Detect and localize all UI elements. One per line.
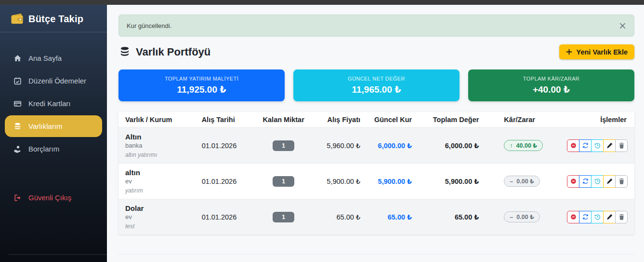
alert-success: Kur güncellendi. bbox=[118, 14, 634, 37]
page-title-text: Varlık Portföyü bbox=[136, 46, 210, 58]
card-label: GÜNCEL NET DEĞER bbox=[348, 76, 405, 82]
sidebar-item-kredi-kartlari[interactable]: Kredi Kartları bbox=[0, 92, 107, 115]
asset-institution: ev bbox=[125, 178, 190, 185]
profit-loss-value: 0.00 ₺ bbox=[516, 178, 534, 185]
edit-pencil-icon bbox=[606, 142, 613, 149]
page-header: Varlık Portföyü Yeni Varlık Ekle bbox=[118, 44, 634, 59]
sidebar-item-varliklarim[interactable]: Varlıklarım bbox=[5, 115, 102, 137]
sidebar-item-label: Düzenli Ödemeler bbox=[28, 77, 86, 85]
page-title: Varlık Portföyü bbox=[118, 46, 210, 58]
coins-icon bbox=[13, 123, 22, 130]
calendar-check-icon bbox=[13, 77, 22, 85]
quantity-badge: 1 bbox=[273, 212, 294, 222]
row-actions bbox=[567, 211, 628, 223]
hand-holding-coin-icon bbox=[13, 145, 22, 153]
content-footer-divider bbox=[118, 254, 634, 262]
delete-button[interactable] bbox=[615, 139, 628, 152]
sell-button[interactable] bbox=[567, 139, 579, 152]
sidebar-item-label: Ana Sayfa bbox=[28, 54, 62, 62]
col-header-asset: Varlık / Kurum bbox=[118, 112, 196, 128]
card-total-profit-loss: TOPLAM KÂR/ZARAR +40.00 ₺ bbox=[468, 69, 634, 101]
history-button[interactable] bbox=[591, 139, 604, 152]
history-icon bbox=[594, 142, 601, 149]
table-row: Altın banka altın yatırımı 01.01.2026 1 … bbox=[118, 128, 634, 164]
add-asset-button[interactable]: Yeni Varlık Ekle bbox=[559, 44, 634, 59]
app-logo[interactable]: Bütçe Takip bbox=[0, 5, 107, 32]
table-row: altın ev yatırım 01.01.2026 1 5,900.00 ₺… bbox=[118, 164, 634, 199]
sell-circle-icon bbox=[570, 178, 577, 184]
profit-loss-value: 40.00 ₺ bbox=[516, 142, 537, 149]
history-icon bbox=[594, 214, 601, 220]
delete-button[interactable] bbox=[615, 211, 628, 223]
delete-button[interactable] bbox=[615, 175, 628, 188]
refresh-icon bbox=[582, 214, 589, 220]
edit-button[interactable] bbox=[603, 139, 616, 152]
refresh-button[interactable] bbox=[579, 211, 591, 223]
close-icon[interactable] bbox=[618, 21, 627, 30]
history-button[interactable] bbox=[591, 175, 604, 188]
delete-trash-icon bbox=[618, 142, 625, 149]
sidebar-footer-divider bbox=[9, 254, 107, 262]
sell-button[interactable] bbox=[567, 175, 579, 188]
asset-note: altın yatırımı bbox=[125, 152, 190, 158]
current-rate: 65.00 ₺ bbox=[366, 199, 418, 235]
refresh-icon bbox=[582, 142, 589, 149]
logout-icon bbox=[13, 194, 22, 202]
sidebar-item-label: Varlıklarım bbox=[28, 122, 63, 130]
refresh-button[interactable] bbox=[579, 175, 591, 188]
refresh-button[interactable] bbox=[579, 139, 591, 152]
credit-card-icon bbox=[13, 100, 22, 108]
card-label: TOPLAM YATIRIM MALİYETİ bbox=[165, 76, 238, 82]
card-value: +40.00 ₺ bbox=[533, 84, 570, 95]
sidebar-item-duzenli-odemeler[interactable]: Düzenli Ödemeler bbox=[0, 69, 107, 92]
asset-name: altın bbox=[125, 168, 190, 177]
assets-table-card: Varlık / Kurum Alış Tarihi Kalan Miktar … bbox=[118, 112, 634, 234]
table-header-row: Varlık / Kurum Alış Tarihi Kalan Miktar … bbox=[118, 112, 634, 128]
assets-table: Varlık / Kurum Alış Tarihi Kalan Miktar … bbox=[118, 112, 634, 234]
purchase-price: 65.00 ₺ bbox=[315, 199, 366, 235]
sidebar-item-logout[interactable]: Güvenli Çıkış bbox=[0, 186, 107, 209]
delete-trash-icon bbox=[618, 214, 625, 220]
col-header-profit-loss: Kâr/Zarar bbox=[485, 112, 549, 128]
plus-icon bbox=[566, 49, 572, 55]
sidebar-item-label: Borçlarım bbox=[28, 145, 59, 153]
purchase-price: 5,900.00 ₺ bbox=[315, 164, 366, 199]
card-value: 11,925.00 ₺ bbox=[177, 84, 226, 95]
current-rate: 6,000.00 ₺ bbox=[366, 128, 418, 164]
history-button[interactable] bbox=[591, 211, 604, 223]
col-header-purchase-date: Alış Tarihi bbox=[196, 112, 253, 128]
asset-note: yatırım bbox=[125, 187, 190, 194]
col-header-current-rate: Güncel Kur bbox=[366, 112, 418, 128]
dash-icon: – bbox=[510, 214, 513, 221]
logout-label: Güvenli Çıkış bbox=[28, 193, 71, 202]
coins-icon bbox=[118, 46, 131, 57]
total-value: 6,000.00 ₺ bbox=[418, 128, 485, 164]
sidebar-item-borclarim[interactable]: Borçlarım bbox=[0, 138, 107, 160]
quantity-badge: 1 bbox=[273, 176, 294, 187]
purchase-date: 01.01.2026 bbox=[196, 164, 253, 199]
sell-button[interactable] bbox=[567, 211, 579, 223]
edit-button[interactable] bbox=[603, 175, 616, 188]
profit-loss-value: 0.00 ₺ bbox=[516, 213, 534, 221]
col-header-total-value: Toplam Değer bbox=[418, 112, 485, 128]
summary-cards: TOPLAM YATIRIM MALİYETİ 11,925.00 ₺ GÜNC… bbox=[118, 69, 634, 101]
history-icon bbox=[594, 178, 601, 184]
asset-institution: ev bbox=[125, 213, 190, 221]
asset-name: Altın bbox=[125, 133, 190, 141]
sell-circle-icon bbox=[570, 142, 577, 149]
delete-trash-icon bbox=[618, 178, 625, 184]
sidebar-item-ana-sayfa[interactable]: Ana Sayfa bbox=[0, 47, 107, 69]
card-total-investment: TOPLAM YATIRIM MALİYETİ 11,925.00 ₺ bbox=[118, 69, 285, 101]
sell-circle-icon bbox=[570, 214, 577, 220]
table-row: Dolar ev test 01.01.2026 1 65.00 ₺ 65.00… bbox=[118, 199, 634, 235]
profit-loss-badge: ↑ 40.00 ₺ bbox=[504, 140, 543, 151]
purchase-price: 5,960.00 ₺ bbox=[315, 128, 366, 164]
main-content: Kur güncellendi. Varlık Portföyü Yeni Va… bbox=[107, 5, 644, 262]
row-actions bbox=[567, 139, 628, 152]
col-header-actions: İşlemler bbox=[549, 112, 634, 128]
edit-button[interactable] bbox=[603, 211, 616, 223]
card-current-net-value: GÜNCEL NET DEĞER 11,965.00 ₺ bbox=[293, 69, 460, 101]
asset-note: test bbox=[125, 223, 190, 230]
alert-message: Kur güncellendi. bbox=[127, 22, 171, 29]
sidebar: Bütçe Takip Ana Sayfa Düzenli Ödemeler K… bbox=[0, 5, 107, 262]
